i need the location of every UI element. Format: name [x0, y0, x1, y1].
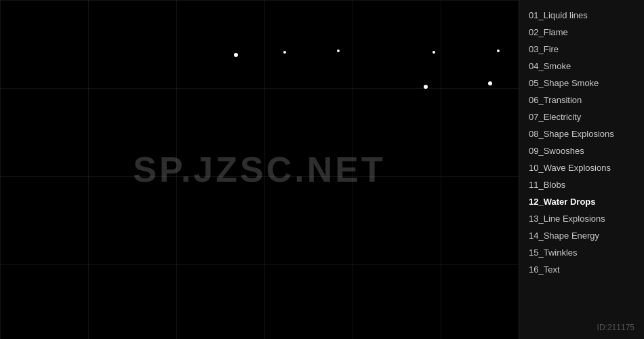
- item-14[interactable]: 14_Shape Energy: [519, 227, 644, 244]
- canvas-area: SP.JZSC.NET: [0, 0, 519, 339]
- particle-dot-1: [283, 51, 286, 54]
- item-02[interactable]: 02_Flame: [519, 24, 644, 41]
- particle-dot-5: [424, 85, 428, 89]
- id-badge: ID:211175: [597, 323, 635, 332]
- item-16[interactable]: 16_Text: [519, 261, 644, 278]
- item-05[interactable]: 05_Shape Smoke: [519, 75, 644, 92]
- item-09[interactable]: 09_Swooshes: [519, 142, 644, 159]
- particle-dot-6: [488, 81, 492, 85]
- particle-dot-3: [432, 51, 435, 54]
- item-01[interactable]: 01_Liquid lines: [519, 7, 644, 24]
- grid: [0, 0, 519, 339]
- item-04[interactable]: 04_Smoke: [519, 58, 644, 75]
- item-11[interactable]: 11_Blobs: [519, 176, 644, 193]
- item-08[interactable]: 08_Shape Explosions: [519, 125, 644, 142]
- item-07[interactable]: 07_Electricity: [519, 108, 644, 125]
- sidebar: 01_Liquid lines02_Flame03_Fire04_Smoke05…: [519, 0, 644, 339]
- item-10[interactable]: 10_Wave Explosions: [519, 159, 644, 176]
- item-12[interactable]: 12_Water Drops: [519, 193, 644, 210]
- sidebar-items: 01_Liquid lines02_Flame03_Fire04_Smoke05…: [519, 7, 644, 278]
- particle-dot-0: [234, 53, 238, 57]
- particle-dot-2: [337, 49, 340, 52]
- item-13[interactable]: 13_Line Explosions: [519, 210, 644, 227]
- particle-dot-4: [497, 49, 500, 52]
- item-15[interactable]: 15_Twinkles: [519, 244, 644, 261]
- item-03[interactable]: 03_Fire: [519, 41, 644, 58]
- item-06[interactable]: 06_Transition: [519, 92, 644, 108]
